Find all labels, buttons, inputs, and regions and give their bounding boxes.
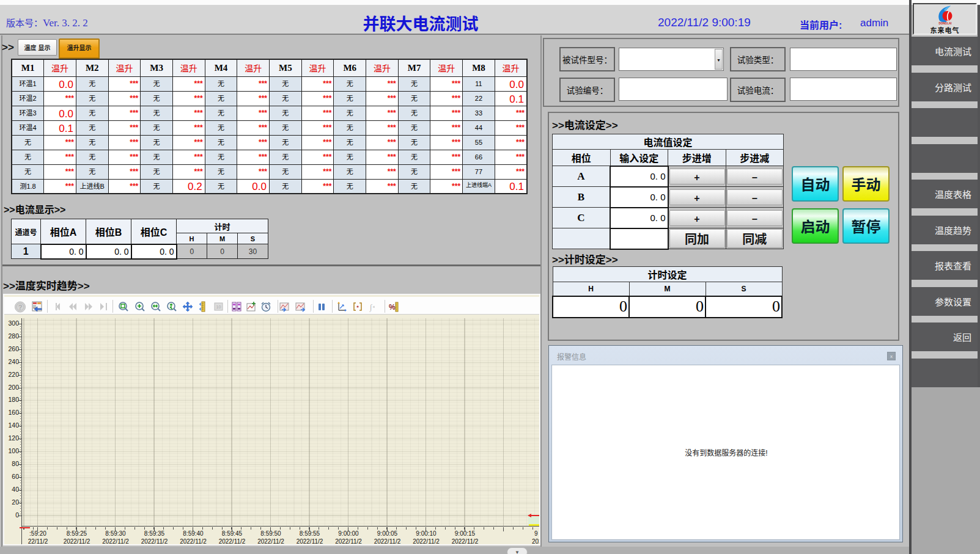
svg-text:%: % bbox=[389, 303, 396, 312]
svg-text:10: 10 bbox=[216, 305, 221, 309]
svg-text:∫: ∫ bbox=[369, 302, 373, 312]
